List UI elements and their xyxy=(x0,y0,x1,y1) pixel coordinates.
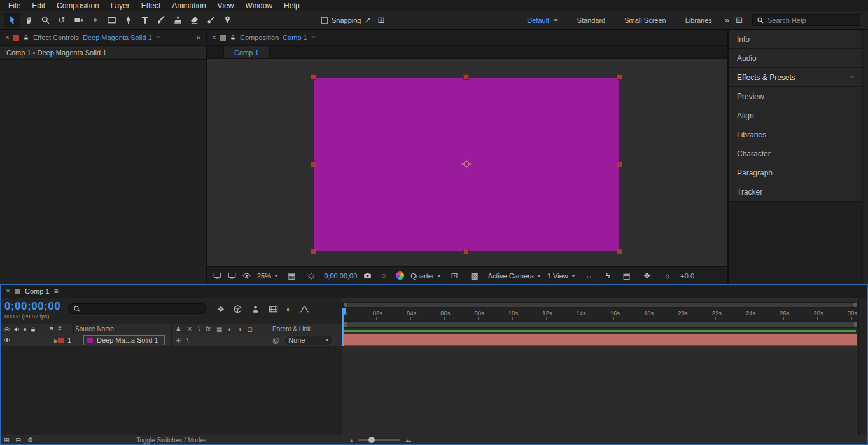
layer-duration-bar[interactable] xyxy=(342,334,857,346)
menu-item[interactable]: Composition xyxy=(51,1,105,10)
zoom-level-dropdown[interactable]: 25% xyxy=(257,272,278,280)
work-area-end-handle[interactable] xyxy=(854,322,857,327)
hand-tool[interactable] xyxy=(20,13,37,28)
fast-previews-icon[interactable]: ϟ xyxy=(603,271,613,280)
sidebar-panel-row[interactable]: Info ≡ xyxy=(729,30,862,49)
camera-tool[interactable] xyxy=(70,13,87,28)
menu-item[interactable]: View xyxy=(212,1,240,10)
workspace-panel-icon[interactable]: ⊞ xyxy=(732,15,746,25)
brush-tool[interactable] xyxy=(153,13,169,28)
snapping-control[interactable]: Snapping xyxy=(321,17,361,24)
workspace-tab[interactable]: Standard ≡ xyxy=(568,17,615,24)
sidebar-panel-row[interactable]: Align ≡ xyxy=(729,106,862,125)
close-icon[interactable]: × xyxy=(6,287,10,296)
zoom-in-icon[interactable] xyxy=(405,436,412,444)
lock-icon[interactable] xyxy=(230,34,236,41)
solid-color-swatch[interactable] xyxy=(87,338,93,343)
selection-handle[interactable] xyxy=(311,75,316,79)
selection-handle[interactable] xyxy=(464,249,468,254)
rotation-tool[interactable]: ↺ xyxy=(53,13,70,28)
clone-stamp-tool[interactable] xyxy=(169,13,186,28)
sidebar-panel-row[interactable]: Character ≡ xyxy=(729,144,862,163)
snap-features-icon[interactable]: ⊞ xyxy=(374,15,388,25)
panel-title[interactable]: Composition xyxy=(240,34,279,41)
workspace-overflow-icon[interactable]: » xyxy=(722,15,732,25)
selection-handle[interactable] xyxy=(311,162,316,167)
sidebar-panel-row[interactable]: Paragraph ≡ xyxy=(729,163,862,182)
work-area-bar[interactable] xyxy=(344,322,857,327)
preview-timecode[interactable]: 0;00;00;00 xyxy=(324,272,357,280)
graph-editor-icon[interactable] xyxy=(300,305,309,314)
layer-name[interactable]: Deep Ma...a Solid 1 xyxy=(97,336,158,344)
pan-behind-tool[interactable] xyxy=(87,13,103,28)
sidebar-panel-row[interactable]: Audio ≡ xyxy=(729,49,862,68)
zoom-slider[interactable] xyxy=(358,439,400,441)
snap-angle-icon[interactable]: ↗ xyxy=(361,15,375,25)
work-area-start-handle[interactable] xyxy=(344,322,347,327)
panel-target[interactable]: Comp 1 xyxy=(283,34,307,41)
panel-target[interactable]: Deep Magenta Solid 1 xyxy=(83,34,152,41)
snapshot-camera-icon[interactable] xyxy=(363,271,372,280)
close-icon[interactable]: × xyxy=(5,33,10,42)
motion-blur-icon[interactable]: ◐ xyxy=(286,305,291,314)
panel-menu-icon[interactable]: ≡ xyxy=(850,73,854,82)
selection-tool[interactable] xyxy=(4,13,20,28)
transparency-grid-icon[interactable]: ▩ xyxy=(467,271,481,280)
search-help-box[interactable] xyxy=(752,14,860,26)
grid-guides-icon[interactable]: ▦ xyxy=(284,271,298,280)
panel-menu-icon[interactable]: ≡ xyxy=(311,33,316,42)
current-timecode[interactable]: 0;00;00;00 xyxy=(4,300,60,313)
frame-blending-icon[interactable] xyxy=(269,305,278,314)
toggle-switches-modes-button[interactable]: Toggle Switches / Modes xyxy=(1,437,342,444)
mask-visibility-icon[interactable]: ◇ xyxy=(305,271,318,280)
timeline-search-input[interactable] xyxy=(84,305,202,313)
parent-dropdown[interactable]: None xyxy=(283,336,334,345)
sidebar-panel-row[interactable]: Tracker ≡ xyxy=(729,182,862,202)
search-help-input[interactable] xyxy=(767,17,856,24)
pen-tool[interactable] xyxy=(120,13,136,28)
exposure-value[interactable]: +0.0 xyxy=(680,272,694,280)
work-area-track[interactable] xyxy=(342,320,858,328)
source-name-column[interactable]: Source Name xyxy=(73,324,171,334)
workspace-tab[interactable]: Libraries ≡ xyxy=(676,17,722,24)
panel-menu-icon[interactable]: ≡ xyxy=(54,287,59,296)
pick-whip-icon[interactable]: @ xyxy=(272,336,279,344)
sidebar-panel-row[interactable]: Effects & Presets ≡ xyxy=(729,68,862,87)
resolution-dropdown[interactable]: Quarter xyxy=(410,272,441,280)
type-tool[interactable] xyxy=(136,13,153,28)
pixel-aspect-icon[interactable]: ↔ xyxy=(582,271,596,280)
panel-title[interactable]: Effect Controls xyxy=(33,34,79,41)
draft-3d-icon[interactable] xyxy=(233,305,242,314)
selection-handle[interactable] xyxy=(311,249,316,254)
selection-handle[interactable] xyxy=(464,75,468,79)
mini-flowchart-icon[interactable]: ❖ xyxy=(217,305,225,314)
close-icon[interactable]: × xyxy=(212,33,216,42)
menu-item[interactable]: Animation xyxy=(166,1,211,10)
selection-handle[interactable] xyxy=(617,75,622,79)
time-navigator[interactable] xyxy=(342,302,858,308)
time-navigator-bar[interactable] xyxy=(344,303,857,307)
viewer-tab-comp1[interactable]: Comp 1 xyxy=(223,46,270,58)
preview-monitor-icon[interactable] xyxy=(213,271,221,280)
show-snapshot-icon[interactable]: ○ xyxy=(378,271,389,280)
flowchart-button-icon[interactable]: ❖ xyxy=(640,271,654,280)
zoom-out-icon[interactable]: ▲ xyxy=(349,438,354,442)
sidebar-panel-row[interactable]: Libraries ≡ xyxy=(729,125,862,144)
timeline-track-area[interactable]: 0s02s04s06s08s10s12s14s16s18s20s22s24s26… xyxy=(342,298,867,435)
layer-quality-switch[interactable]: \ xyxy=(186,337,188,344)
snapping-checkbox[interactable] xyxy=(321,17,328,24)
zoom-tool[interactable] xyxy=(37,13,53,28)
color-management-icon[interactable] xyxy=(396,271,404,280)
eye-icon[interactable] xyxy=(242,271,251,280)
menu-item[interactable]: Effect xyxy=(136,1,166,10)
selection-handle[interactable] xyxy=(617,162,622,167)
selection-handle[interactable] xyxy=(617,249,622,254)
workspace-tab[interactable]: Small Screen ≡ xyxy=(615,17,675,24)
menu-item[interactable]: Help xyxy=(278,1,305,10)
view-layout-dropdown[interactable]: 1 View xyxy=(547,272,575,280)
sidebar-panel-row[interactable]: Preview ≡ xyxy=(729,87,862,106)
anchor-point[interactable] xyxy=(461,159,472,169)
composition-viewport[interactable] xyxy=(207,59,727,266)
lock-icon[interactable] xyxy=(23,34,29,41)
timeline-search-box[interactable] xyxy=(68,303,207,314)
